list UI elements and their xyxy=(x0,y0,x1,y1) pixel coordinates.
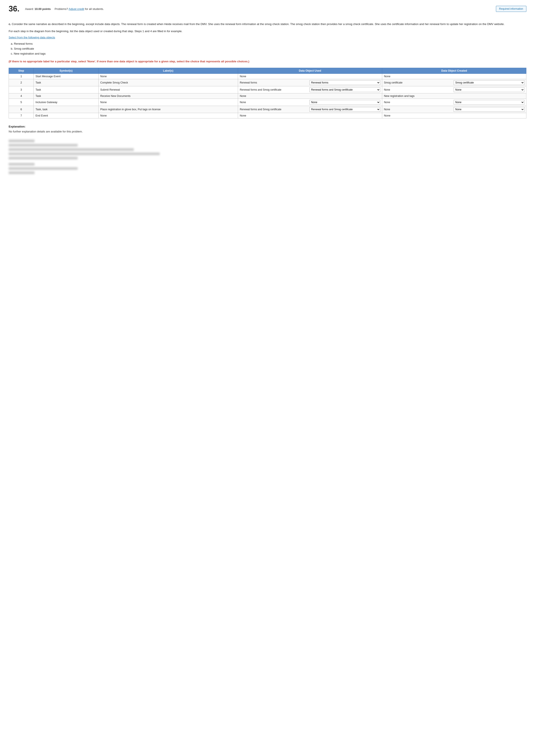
data-used-dropdown[interactable]: NoneRenewal formsSmog certificateRenewal… xyxy=(309,107,380,112)
cell-symbol: Task xyxy=(34,86,99,93)
cell-label: None xyxy=(99,98,238,106)
cell-data-used: None xyxy=(238,113,382,118)
cell-step: 5 xyxy=(9,98,34,106)
part-label: c. xyxy=(9,22,11,26)
cell-data-created[interactable]: NoneNoneRenewal formsSmog certificateRen… xyxy=(382,86,526,93)
data-used-dropdown[interactable]: NoneRenewal formsSmog certificateRenewal… xyxy=(309,80,380,85)
award-text: Award: 10.00 points xyxy=(25,7,51,11)
cell-step: 7 xyxy=(9,113,34,118)
cell-step: 6 xyxy=(9,106,34,113)
col-header-label: Label(s) xyxy=(99,68,238,73)
col-header-created: Data Object Created xyxy=(382,68,526,73)
choice-b: b. Smog certificate xyxy=(11,46,526,51)
cell-data-used: None xyxy=(238,93,382,98)
cell-step: 2 xyxy=(9,79,34,86)
cell-data-created: None xyxy=(382,73,526,79)
col-header-symbol: Symbol(s) xyxy=(34,68,99,73)
table-row: 1Start Message EventNoneNoneNone xyxy=(9,73,526,79)
cell-label: Submit Renewal xyxy=(99,86,238,93)
explanation-body: No further explanation details are avail… xyxy=(9,130,526,133)
select-link[interactable]: Select from the following data objects xyxy=(9,36,526,39)
cell-symbol: Task xyxy=(34,79,99,86)
cell-label: Complete Smog Check xyxy=(99,79,238,86)
cell-label: None xyxy=(99,113,238,118)
explanation-title: Explanation: xyxy=(9,125,526,128)
cell-data-created[interactable]: Smog certificateNoneRenewal formsSmog ce… xyxy=(382,79,526,86)
problems-label: Problems? Adjust credit for all students… xyxy=(55,7,104,11)
cell-data-used[interactable]: Renewal forms and Smog certificateNoneRe… xyxy=(238,86,382,93)
table-row: 6Task, taskPlace registration in glove b… xyxy=(9,106,526,113)
cell-symbol: Inclusive Gateway xyxy=(34,98,99,106)
data-table: Step Symbol(s) Label(s) Data Object Used… xyxy=(9,68,526,119)
table-row: 4TaskReceive New DocumentsNoneNew regist… xyxy=(9,93,526,98)
data-created-dropdown[interactable]: NoneRenewal formsSmog certificateRenewal… xyxy=(454,80,524,85)
header-left: 36. Award: 10.00 points Problems? Adjust… xyxy=(9,4,104,14)
table-row: 7End EventNoneNoneNone xyxy=(9,113,526,118)
table-row: 5Inclusive GatewayNoneNoneNoneRenewal fo… xyxy=(9,98,526,106)
data-created-dropdown[interactable]: NoneRenewal formsSmog certificateRenewal… xyxy=(454,107,524,112)
cell-symbol: End Event xyxy=(34,113,99,118)
table-row: 2TaskComplete Smog CheckRenewal formsNon… xyxy=(9,79,526,86)
cell-label: Receive New Documents xyxy=(99,93,238,98)
narrative-paragraph: c. Consider the same narrative as descri… xyxy=(9,22,526,27)
cell-data-used[interactable]: Renewal forms and Smog certificateNoneRe… xyxy=(238,106,382,113)
cell-label: None xyxy=(99,73,238,79)
data-created-dropdown[interactable]: NoneRenewal formsSmog certificateRenewal… xyxy=(454,100,524,105)
data-created-dropdown[interactable]: NoneRenewal formsSmog certificateRenewal… xyxy=(454,87,524,92)
cell-data-created[interactable]: NoneNoneRenewal formsSmog certificateRen… xyxy=(382,98,526,106)
instruction-text: For each step in the diagram from the be… xyxy=(9,29,526,34)
warning-text: (If there is no appropriate label for a … xyxy=(9,59,526,64)
required-information-button[interactable]: Required information xyxy=(496,6,526,12)
cell-data-used[interactable]: NoneNoneRenewal formsSmog certificateRen… xyxy=(238,98,382,106)
cell-symbol: Start Message Event xyxy=(34,73,99,79)
cell-data-used[interactable]: Renewal formsNoneRenewal formsSmog certi… xyxy=(238,79,382,86)
adjust-credit-link[interactable]: Adjust credit xyxy=(69,7,84,11)
choice-a: a. Renewal forms xyxy=(11,41,526,46)
blurred-section xyxy=(9,140,526,174)
choice-c: c. New registration and tags xyxy=(11,51,526,56)
cell-data-created[interactable]: NoneNoneRenewal formsSmog certificateRen… xyxy=(382,106,526,113)
explanation-section: Explanation: No further explanation deta… xyxy=(9,125,526,133)
cell-label: Place registration in glove box, Put tag… xyxy=(99,106,238,113)
col-header-used: Data Object Used xyxy=(238,68,382,73)
cell-step: 3 xyxy=(9,86,34,93)
choices-list: a. Renewal forms b. Smog certificate c. … xyxy=(11,41,526,56)
narrative-text: Consider the same narrative as described… xyxy=(12,22,504,26)
narrative-section: c. Consider the same narrative as descri… xyxy=(9,22,526,64)
data-used-dropdown[interactable]: NoneRenewal formsSmog certificateRenewal… xyxy=(309,87,380,92)
problem-number: 36. xyxy=(9,4,19,14)
cell-data-used: None xyxy=(238,73,382,79)
cell-data-created: New registration and tags xyxy=(382,93,526,98)
header-bar: 36. Award: 10.00 points Problems? Adjust… xyxy=(9,4,526,15)
cell-symbol: Task, task xyxy=(34,106,99,113)
cell-data-created: None xyxy=(382,113,526,118)
cell-symbol: Task xyxy=(34,93,99,98)
data-used-dropdown[interactable]: NoneRenewal formsSmog certificateRenewal… xyxy=(309,100,380,105)
col-header-step: Step xyxy=(9,68,34,73)
cell-step: 1 xyxy=(9,73,34,79)
cell-step: 4 xyxy=(9,93,34,98)
table-row: 3TaskSubmit RenewalRenewal forms and Smo… xyxy=(9,86,526,93)
